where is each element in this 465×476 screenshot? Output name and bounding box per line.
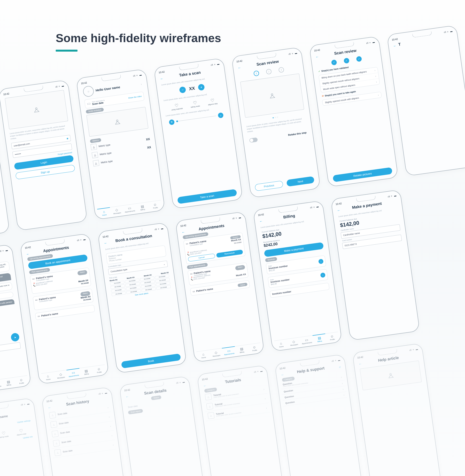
time: 10:42 [392, 38, 398, 41]
time: 10:42 [3, 92, 10, 95]
back-button[interactable]: ← [125, 394, 129, 399]
status-icons: ıll ᯤ ▬ [0, 249, 8, 253]
greeting: Hello User name [95, 85, 120, 92]
message-sent: Eu fugiat nulla pariatur [0, 299, 15, 307]
tab-appointments[interactable]: ▭Appointments [123, 205, 136, 213]
message-input[interactable]: Type your message here... [0, 342, 21, 357]
step-2[interactable]: 2 [266, 69, 272, 74]
phone-scan-details: 10:42ıll ᯤ ▬ ← Scan details Status Scan … [119, 376, 208, 476]
tab-appointments[interactable]: ▭Appointments [300, 337, 313, 345]
avatar[interactable]: ☺ [82, 85, 95, 97]
tab-messages[interactable]: ◇Messages [210, 350, 223, 358]
forgot-password-link[interactable]: Forgot password [58, 151, 72, 156]
back-button[interactable]: ← [315, 54, 319, 59]
take-scan-button[interactable]: Take a scan [177, 189, 237, 204]
previous-button[interactable]: Previous [254, 180, 283, 191]
retake-label: Retake this step [288, 131, 306, 137]
back-button[interactable]: ← [337, 208, 340, 212]
tab-home[interactable]: ⌂Home [275, 341, 288, 348]
tab-home[interactable]: ⌂Home [197, 351, 210, 359]
tab-profile[interactable]: ☺Profile [148, 202, 162, 210]
send-button[interactable]: ➤ [11, 333, 20, 342]
heart-aligners[interactable]: ♡aligners step [16, 428, 26, 436]
metric-label: Metric type [101, 160, 113, 164]
minus-button[interactable]: − [179, 86, 186, 93]
step-1[interactable]: 1 [253, 70, 259, 76]
time: 10:42 [159, 70, 165, 74]
book-button[interactable]: Book [121, 353, 181, 369]
phone-take-scan: 10:42ıll ᯤ ▬ ← Take a scan Lorem ipsum d… [154, 58, 243, 209]
tab-messages[interactable]: ◇Messages [110, 207, 124, 215]
tab-billing[interactable]: ▤Billing [235, 346, 248, 354]
title-underline [56, 50, 77, 52]
tab-bar: ⌂Home ◇Messages ▭Appointments ▤Billing ☺… [274, 332, 339, 348]
chat-icon: ◇ [110, 207, 124, 213]
metric-icon: △ [93, 160, 99, 166]
step-3[interactable]: 3 [278, 67, 284, 73]
eye-icon[interactable]: ◉ [66, 137, 69, 139]
tab-messages[interactable]: ◇Messages [287, 339, 301, 347]
chevron-right-icon[interactable]: › [141, 83, 142, 85]
status-icons: ıll ᯤ ▬ [366, 41, 375, 45]
phone-clipped-right-1: 10:42ıll ᯤ ▬ ← T [387, 25, 465, 176]
phone-appointments-upcoming: 10:42ıll ᯤ ▬ ← Appointments Upcoming app… [175, 211, 264, 363]
back-button[interactable]: ← [238, 66, 242, 70]
tab-billing[interactable]: ▤Billing [2, 379, 15, 387]
phone-appointments: 10:42ıll ᯤ ▬ ← Appointments Upcoming app… [20, 233, 109, 384]
phone-billing: 10:42ıll ᯤ ▬ ← Billing Lorem ipsum dolor… [253, 200, 342, 352]
phone-home: 10:42ıll ᯤ ▬ ☺ Hello User name › ▭ Your … [76, 69, 165, 220]
tab-bar: ⌂Home ◇Messages ▭Appointments ▤Billing ☺… [0, 375, 28, 392]
tab-billing[interactable]: ▤Billing [136, 203, 149, 211]
back-button[interactable]: ← [259, 219, 263, 223]
chevron-down-icon: ⌄ [163, 263, 165, 265]
back-button[interactable]: ← [281, 372, 285, 377]
tab-billing[interactable]: ▤Billing [79, 368, 93, 376]
back-button[interactable]: ← [47, 405, 51, 410]
back-button[interactable]: ← [160, 76, 164, 81]
home-icon: ⌂ [97, 209, 111, 214]
image-icon [268, 92, 276, 100]
heart-materials[interactable]: ♡using materials [170, 102, 183, 111]
share-video-link[interactable]: Share the video [128, 95, 142, 99]
tab-profile[interactable]: ☺Profile [248, 344, 261, 352]
metric-icon: △ [92, 152, 98, 158]
phone-scan-review-1: 10:42ıll ᯤ ▬ ← Scan review 1 2 3 ● ○ ○ L… [231, 47, 321, 198]
download-icon[interactable]: ↓ [318, 259, 324, 264]
sound-button[interactable]: ♪ [218, 112, 224, 118]
mute-button[interactable]: ✕ [169, 119, 175, 125]
phone-scan-history: 10:42ıll ᯤ ▬ ← Scan history △Scan date› … [41, 387, 131, 476]
back-button[interactable]: ← [181, 230, 185, 234]
back-button[interactable]: ← [104, 241, 107, 245]
phone-help-article: 10:42ıll ᯤ ▬ ← Help article [352, 343, 442, 476]
heart-mode[interactable]: ♡taking mode [190, 100, 200, 108]
tab-appointments[interactable]: ▭Appointments [222, 346, 236, 356]
phone-tutorials: 10:42ıll ᯤ ▬ ← Tutorials Category △Tutor… [197, 365, 286, 476]
download-icon[interactable]: ↓ [320, 272, 326, 278]
phone-help-support: 10:42ıll ᯤ ▬ ← ⌕ Help & support Category… [275, 354, 364, 476]
plus-button[interactable]: + [198, 84, 205, 91]
retake-pictures-button[interactable]: Retake pictures [333, 167, 392, 182]
heart-mode[interactable]: ♡taking mode [0, 430, 9, 438]
metric-value: XX [147, 145, 151, 149]
email-field[interactable]: user@email.com [14, 142, 30, 147]
back-button[interactable]: ← [393, 44, 397, 48]
tab-profile[interactable]: ☺Profile [326, 333, 339, 341]
time: 10:42 [314, 48, 320, 52]
update-info-link[interactable]: Update info [23, 435, 33, 439]
volume-slider[interactable] [176, 116, 216, 122]
heart-aligners[interactable]: ♡aligners step [207, 97, 218, 106]
back-button[interactable]: ← [359, 362, 362, 366]
tab-billing[interactable]: ▤Billing [312, 334, 326, 343]
tab-appointments[interactable]: ▭Appointments [67, 368, 80, 377]
tab-profile[interactable]: ☺Profile [92, 366, 106, 374]
phone-scan-review-2: 10:42ıll ᯤ ▬ ← Scan review ✓ ✓ ✓ ✓Step(s… [309, 36, 398, 187]
back-button[interactable]: ← [203, 383, 207, 388]
tab-messages[interactable]: ◇Messages [54, 372, 68, 379]
next-button[interactable]: Next [286, 176, 315, 187]
tab-profile[interactable]: ☺Profile [15, 377, 28, 385]
tab-home[interactable]: ⌂Home [41, 373, 55, 381]
retake-toggle[interactable] [249, 137, 258, 143]
phone-book-consultation: 10:42ıll ᯤ ▬ ← Book a consultation Lorem… [97, 222, 187, 373]
tab-home[interactable]: ⌂Home [97, 207, 111, 217]
back-button[interactable]: ← [26, 252, 30, 256]
